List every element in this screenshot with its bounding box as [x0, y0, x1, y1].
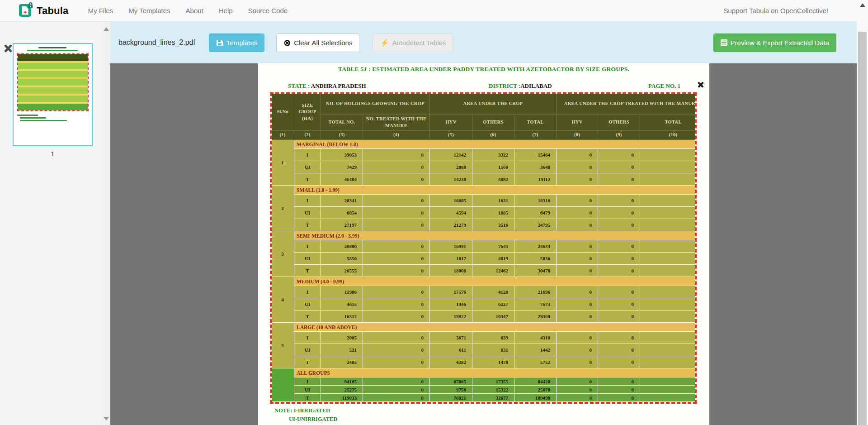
table-cell: I [294, 286, 321, 298]
page-no-field: PAGE NO. 1 [648, 82, 680, 90]
table-cell: 3322 [472, 149, 514, 161]
table-data-row: T27197021279351624795000 [271, 219, 697, 231]
table-cell: 4594 [430, 207, 472, 219]
toolbar: background_lines_2.pdf Templates ⊗ Clear… [110, 22, 857, 63]
scroll-up-icon[interactable] [104, 27, 109, 31]
autodetect-tables-button-disabled[interactable]: ⚡ Autodetect Tables [373, 33, 453, 52]
table-cell: 0 [640, 298, 697, 310]
table-cell: 0 [363, 344, 430, 356]
table-cell: (6) [472, 131, 514, 140]
table-cell: 6479 [514, 207, 557, 219]
selection-close-icon[interactable] [698, 81, 704, 88]
table-data-row: UI25275097561532225078000 [271, 386, 697, 394]
table-cell: 24634 [514, 240, 557, 253]
table-cell: SMALL (1.0 - 1.99) [294, 186, 697, 195]
table-cell: 76821 [430, 394, 472, 402]
thumb-table-body [18, 61, 88, 104]
scroll-up-icon[interactable] [860, 3, 865, 7]
table-cell: NO. OF HOLDINGS GROWING THE CROP [321, 94, 430, 115]
table-cell: 0 [598, 253, 640, 265]
table-cell: 1885 [472, 207, 514, 219]
table-selection-box[interactable]: Sl.NoSIZE GROUP (HA) NO. OF HOLDINGS GRO… [270, 92, 697, 404]
brand[interactable]: Tabula [19, 2, 68, 19]
table-cell: 0 [557, 161, 598, 173]
table-cell: 14230 [430, 173, 472, 186]
table-cell: 0 [640, 356, 697, 368]
clear-all-selections-button[interactable]: ⊗ Clear All Selections [276, 33, 359, 52]
table-cell: AREA UNDER THE CROP TREATED WITH THE MAN… [557, 94, 697, 115]
table-cell: 0 [598, 195, 640, 207]
table-cell: 4120 [472, 286, 514, 298]
table-cell: 0 [557, 386, 598, 394]
table-cell: 16685 [430, 195, 472, 207]
table-cell: 0 [640, 149, 697, 161]
table-cell: 4615 [321, 298, 363, 310]
thumb-table-header [18, 54, 88, 61]
table-cell: 4 [271, 277, 294, 323]
nav-my-templates[interactable]: My Templates [121, 0, 178, 22]
table-cell: 0 [598, 173, 640, 186]
table-cell: 7643 [472, 240, 514, 253]
table-cell: 0 [557, 332, 598, 344]
support-link[interactable]: Support Tabula on OpenCollective! [723, 7, 828, 14]
scrollbar-thumb[interactable] [858, 32, 867, 425]
table-cell: 0 [363, 310, 430, 323]
page-thumbnail[interactable] [13, 43, 93, 146]
table-colnum-row: (1)(2)(3)(4)(5)(6)(7)(8)(9)(10) [271, 131, 697, 140]
table-cell: 2 [271, 186, 294, 231]
remove-page-icon[interactable] [4, 44, 13, 53]
table-cell: 0 [557, 377, 598, 386]
table-cell: 21279 [430, 219, 472, 231]
table-cell: 0 [640, 265, 697, 277]
table-cell: 46484 [321, 173, 363, 186]
templates-button[interactable]: Templates [209, 33, 264, 52]
table-cell: SEMI-MEDIUM (2.0 - 3.99) [294, 231, 697, 240]
sidebar-scrollbar[interactable] [102, 22, 110, 425]
table-cell: UI [294, 161, 321, 173]
table-cell: 0 [640, 344, 697, 356]
nav-about[interactable]: About [178, 0, 211, 22]
clear-label: Clear All Selections [294, 39, 352, 47]
table-cell: SIZE GROUP (HA) [294, 94, 321, 131]
table-cell: 27197 [321, 219, 363, 231]
table-cell: 0 [557, 265, 598, 277]
table-cell: (3) [321, 131, 363, 140]
table-cell: 32677 [472, 394, 514, 402]
nav-my-files[interactable]: My Files [80, 0, 121, 22]
table-cell: 4819 [472, 253, 514, 265]
table-cell: 119033 [321, 394, 363, 402]
preview-export-button[interactable]: Preview & Export Extracted Data [713, 33, 836, 52]
table-cell: 0 [640, 240, 697, 253]
table-cell: HYV [557, 115, 598, 131]
table-cell: 17355 [472, 377, 514, 386]
table-cell: 84420 [514, 377, 557, 386]
nav-source-code[interactable]: Source Code [241, 0, 296, 22]
table-cell: (8) [557, 131, 598, 140]
table-cell: OTHERS [472, 115, 514, 131]
table-cell: (10) [640, 131, 697, 140]
table-cell: 611 [430, 344, 472, 356]
table-cell: 0 [598, 377, 640, 386]
table-cell: 1442 [514, 344, 557, 356]
table-cell: 0 [363, 386, 430, 394]
tabula-logo-icon [19, 2, 33, 19]
table-data-row: T46484014230488219112000 [271, 173, 697, 186]
table-cell: 0 [640, 219, 697, 231]
table-cell: 0 [557, 344, 598, 356]
table-cell: 0 [640, 386, 697, 394]
nav-help[interactable]: Help [211, 0, 241, 22]
document-notes: NOTE: I-IRRIGATED UI-UNIRRIGATED [274, 406, 337, 424]
table-cell: 0 [640, 161, 697, 173]
group-label-row: 4 MEDIUM (4.0 - 9.99) [271, 277, 697, 286]
table-cell: TOTAL [640, 115, 697, 131]
table-data-row: UI46150144662277673000 [271, 298, 697, 310]
table-cell: 0 [598, 149, 640, 161]
note-line: UI-UNIRRIGATED [289, 415, 337, 424]
table-cell: 18316 [514, 195, 557, 207]
table-cell: I [294, 332, 321, 344]
browser-scrollbar[interactable] [857, 0, 868, 425]
table-cell: 12462 [472, 265, 514, 277]
pdf-page[interactable]: TABLE 5J : ESTIMATED AREA UNDER PADDY TR… [258, 63, 709, 425]
scroll-down-icon[interactable] [104, 417, 109, 420]
table-cell: 0 [598, 219, 640, 231]
